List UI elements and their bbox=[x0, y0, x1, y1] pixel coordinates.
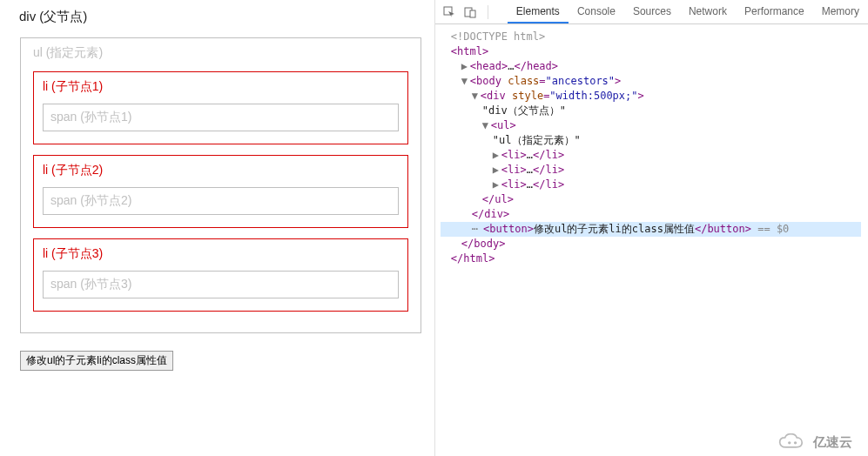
div-label: div (父节点) bbox=[19, 9, 434, 25]
watermark-text: 亿速云 bbox=[813, 434, 852, 451]
li-label: li (子节点3) bbox=[43, 246, 399, 262]
li-label: li (子节点2) bbox=[43, 163, 399, 178]
span-box: span (孙节点3) bbox=[43, 271, 399, 298]
devtools-toolbar: Elements Console Sources Network Perform… bbox=[435, 0, 868, 24]
watermark: 亿速云 bbox=[778, 433, 852, 451]
span-box: span (孙节点1) bbox=[43, 104, 399, 131]
tab-memory[interactable]: Memory bbox=[813, 0, 868, 23]
li-label: li (子节点1) bbox=[43, 79, 399, 95]
svg-point-3 bbox=[788, 441, 791, 444]
devtools-panel: Elements Console Sources Network Perform… bbox=[435, 0, 868, 456]
ul-label: ul (指定元素) bbox=[33, 45, 408, 61]
tab-performance[interactable]: Performance bbox=[736, 0, 813, 23]
ul-box: ul (指定元素) li (子节点1) span (孙节点1) li (子节点2… bbox=[20, 37, 421, 333]
tab-network[interactable]: Network bbox=[680, 0, 736, 23]
li-box-1: li (子节点1) span (孙节点1) bbox=[33, 71, 408, 144]
tab-elements[interactable]: Elements bbox=[508, 0, 569, 23]
tab-console[interactable]: Console bbox=[569, 0, 624, 23]
devtools-tabs: Elements Console Sources Network Perform… bbox=[508, 0, 868, 23]
li-box-3: li (子节点3) span (孙节点3) bbox=[33, 238, 408, 312]
svg-rect-2 bbox=[470, 10, 475, 17]
doctype-node[interactable]: <!DOCTYPE html> bbox=[451, 30, 545, 43]
inspect-icon[interactable] bbox=[442, 5, 456, 19]
dom-tree[interactable]: <!DOCTYPE html> <html> ▶<head>…</head> ▼… bbox=[435, 24, 868, 272]
demo-viewport: div (父节点) ul (指定元素) li (子节点1) span (孙节点1… bbox=[0, 0, 435, 456]
tab-sources[interactable]: Sources bbox=[624, 0, 680, 23]
span-box: span (孙节点2) bbox=[43, 187, 399, 215]
selected-dom-node[interactable]: ⋯<button>修改ul的子元素li的class属性值</button> ==… bbox=[441, 222, 861, 237]
modify-class-button[interactable]: 修改ul的子元素li的class属性值 bbox=[20, 351, 173, 371]
li-box-2: li (子节点2) span (孙节点2) bbox=[33, 155, 408, 228]
device-toggle-icon[interactable] bbox=[463, 5, 477, 19]
svg-point-4 bbox=[794, 441, 797, 444]
toolbar-separator bbox=[488, 5, 488, 19]
cloud-icon bbox=[778, 433, 808, 451]
